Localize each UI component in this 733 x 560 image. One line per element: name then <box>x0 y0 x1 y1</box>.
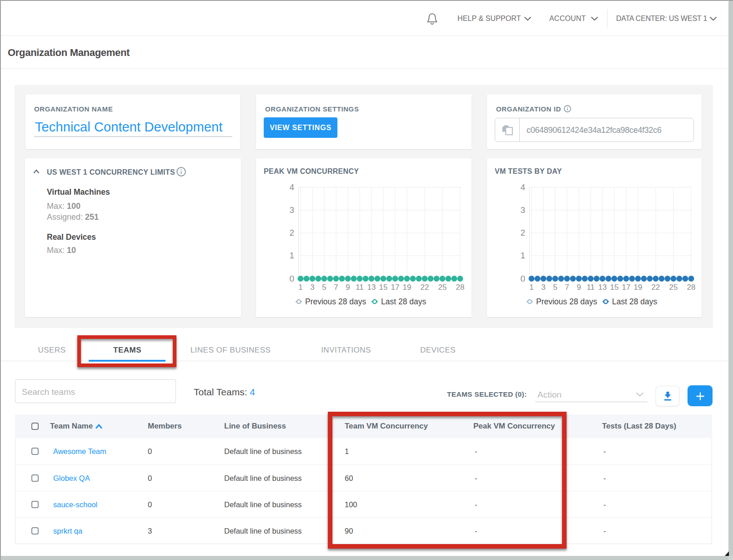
svg-text:1: 1 <box>520 251 525 260</box>
svg-text:22: 22 <box>421 283 429 292</box>
svg-text:Last 28 days: Last 28 days <box>381 297 426 306</box>
svg-text:28: 28 <box>456 283 465 292</box>
svg-text:3: 3 <box>310 283 314 292</box>
svg-text:Previous 28 days: Previous 28 days <box>536 297 597 306</box>
svg-text:PEAK VM CONCURRENCY: PEAK VM CONCURRENCY <box>264 167 359 175</box>
svg-text:1: 1 <box>289 251 294 260</box>
svg-text:VM TESTS BY DAY: VM TESTS BY DAY <box>495 167 562 175</box>
svg-text:4: 4 <box>289 182 294 192</box>
svg-text:3: 3 <box>289 205 294 215</box>
svg-text:11: 11 <box>356 283 364 292</box>
svg-text:11: 11 <box>587 283 595 292</box>
svg-text:2: 2 <box>289 228 294 237</box>
svg-text:7: 7 <box>334 283 338 292</box>
svg-text:7: 7 <box>565 283 569 292</box>
svg-text:13: 13 <box>367 283 376 292</box>
svg-text:5: 5 <box>553 283 557 292</box>
svg-text:13: 13 <box>598 283 607 292</box>
svg-text:22: 22 <box>652 283 660 292</box>
svg-text:5: 5 <box>322 283 326 292</box>
svg-text:25: 25 <box>669 283 678 292</box>
svg-text:Previous 28 days: Previous 28 days <box>305 297 366 306</box>
svg-text:1: 1 <box>298 283 302 292</box>
svg-text:0: 0 <box>289 274 294 283</box>
svg-text:17: 17 <box>622 283 631 292</box>
svg-text:3: 3 <box>541 283 545 292</box>
svg-text:28: 28 <box>687 283 696 292</box>
svg-text:0: 0 <box>520 274 525 283</box>
svg-text:19: 19 <box>634 283 643 292</box>
svg-text:15: 15 <box>379 283 388 292</box>
svg-text:17: 17 <box>391 283 400 292</box>
svg-text:2: 2 <box>520 228 525 237</box>
svg-text:9: 9 <box>346 283 350 292</box>
svg-text:3: 3 <box>520 205 525 215</box>
svg-text:15: 15 <box>610 283 619 292</box>
svg-text:4: 4 <box>520 182 525 192</box>
svg-text:19: 19 <box>403 283 412 292</box>
svg-text:Last 28 days: Last 28 days <box>612 297 657 306</box>
svg-text:25: 25 <box>438 283 447 292</box>
svg-text:9: 9 <box>577 283 581 292</box>
svg-text:1: 1 <box>529 283 533 292</box>
